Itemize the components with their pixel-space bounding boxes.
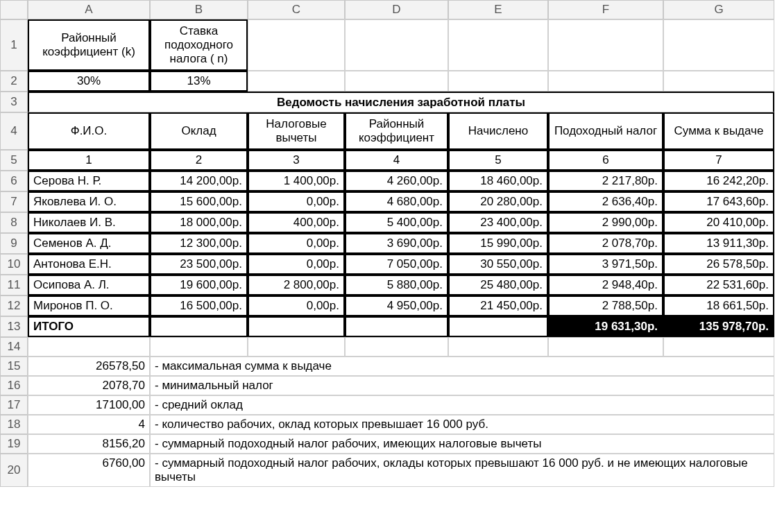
row-header-18[interactable]: 18 (0, 415, 28, 434)
th-rk[interactable]: Районный коэффициент (345, 112, 448, 150)
cell-E1[interactable] (448, 19, 548, 71)
stat-text[interactable]: - количество рабочих, оклад которых прев… (150, 415, 774, 434)
cell-D2[interactable] (345, 71, 448, 92)
row-header-12[interactable]: 12 (0, 295, 28, 316)
cell-B2[interactable]: 13% (150, 71, 248, 92)
th-fio[interactable]: Ф.И.О. (28, 112, 150, 150)
colnum-4[interactable]: 4 (345, 150, 448, 171)
table-row[interactable]: 0,00р. (248, 191, 345, 212)
sheet-title[interactable]: Ведомость начисления заработной платы (28, 92, 774, 112)
col-header-A[interactable]: A (28, 0, 150, 19)
stat-value[interactable]: 17100,00 (28, 395, 150, 415)
table-row[interactable]: 16 500,00р. (150, 295, 248, 316)
table-row[interactable]: 23 400,00р. (448, 212, 548, 233)
colnum-5[interactable]: 5 (448, 150, 548, 171)
total-label[interactable]: ИТОГО (28, 316, 150, 337)
table-row[interactable]: 7 050,00р. (345, 254, 448, 275)
row-header-9[interactable]: 9 (0, 233, 28, 254)
table-row[interactable]: 18 460,00р. (448, 171, 548, 191)
table-row[interactable]: Семенов А. Д. (28, 233, 150, 254)
row-header-4[interactable]: 4 (0, 112, 28, 150)
table-row[interactable]: 20 410,00р. (663, 212, 774, 233)
table-row[interactable]: 4 680,00р. (345, 191, 448, 212)
colnum-2[interactable]: 2 (150, 150, 248, 171)
cell-E13[interactable] (448, 316, 548, 337)
table-row[interactable]: 18 661,50р. (663, 295, 774, 316)
colnum-3[interactable]: 3 (248, 150, 345, 171)
cell-B1[interactable]: Ставка подоходного налога ( n) (150, 19, 248, 71)
stat-text[interactable]: - суммарный подоходный налог рабочих, им… (150, 434, 774, 454)
col-header-D[interactable]: D (345, 0, 448, 19)
col-header-F[interactable]: F (548, 0, 663, 19)
colnum-1[interactable]: 1 (28, 150, 150, 171)
cell-F1[interactable] (548, 19, 663, 71)
table-row[interactable]: Серова Н. Р. (28, 171, 150, 191)
col-header-C[interactable]: C (248, 0, 345, 19)
cell-C1[interactable] (248, 19, 345, 71)
row-header-7[interactable]: 7 (0, 191, 28, 212)
table-row[interactable]: 2 217,80р. (548, 171, 663, 191)
th-nv[interactable]: Налоговые вычеты (248, 112, 345, 150)
table-row[interactable]: 5 400,00р. (345, 212, 448, 233)
total-tax[interactable]: 19 631,30р. (548, 316, 663, 337)
cell-A14[interactable] (28, 337, 150, 357)
stat-value[interactable]: 4 (28, 415, 150, 434)
cell-B14[interactable] (150, 337, 248, 357)
colnum-6[interactable]: 6 (548, 150, 663, 171)
table-row[interactable]: 20 280,00р. (448, 191, 548, 212)
row-header-14[interactable]: 14 (0, 337, 28, 357)
row-header-5[interactable]: 5 (0, 150, 28, 171)
row-header-13[interactable]: 13 (0, 316, 28, 337)
table-row[interactable]: 2 990,00р. (548, 212, 663, 233)
row-header-2[interactable]: 2 (0, 71, 28, 92)
cell-A2[interactable]: 30% (28, 71, 150, 92)
table-row[interactable]: 1 400,00р. (248, 171, 345, 191)
row-header-6[interactable]: 6 (0, 171, 28, 191)
table-row[interactable]: 3 971,50р. (548, 254, 663, 275)
table-row[interactable]: 19 600,00р. (150, 275, 248, 295)
th-oklad[interactable]: Оклад (150, 112, 248, 150)
table-row[interactable]: 5 880,00р. (345, 275, 448, 295)
cell-E14[interactable] (448, 337, 548, 357)
col-header-E[interactable]: E (448, 0, 548, 19)
table-row[interactable]: 0,00р. (248, 295, 345, 316)
table-row[interactable]: 0,00р. (248, 254, 345, 275)
cell-D1[interactable] (345, 19, 448, 71)
table-row[interactable]: 16 242,20р. (663, 171, 774, 191)
row-header-1[interactable]: 1 (0, 19, 28, 71)
table-row[interactable]: 30 550,00р. (448, 254, 548, 275)
cell-G2[interactable] (663, 71, 774, 92)
cell-G14[interactable] (663, 337, 774, 357)
total-sum[interactable]: 135 978,70р. (663, 316, 774, 337)
table-row[interactable]: 26 578,50р. (663, 254, 774, 275)
row-header-11[interactable]: 11 (0, 275, 28, 295)
stat-text[interactable]: - средний оклад (150, 395, 774, 415)
table-row[interactable]: Миронов П. О. (28, 295, 150, 316)
stat-value[interactable]: 2078,70 (28, 376, 150, 395)
table-row[interactable]: 22 531,60р. (663, 275, 774, 295)
cell-E2[interactable] (448, 71, 548, 92)
col-header-G[interactable]: G (663, 0, 774, 19)
cell-D13[interactable] (345, 316, 448, 337)
stat-value[interactable]: 26578,50 (28, 357, 150, 376)
cell-A1[interactable]: Районный коэффициент (k) (28, 19, 150, 71)
table-row[interactable]: 15 600,00р. (150, 191, 248, 212)
stat-text[interactable]: - максимальная сумма к выдаче (150, 357, 774, 376)
row-header-8[interactable]: 8 (0, 212, 28, 233)
table-row[interactable]: 0,00р. (248, 233, 345, 254)
table-row[interactable]: 13 911,30р. (663, 233, 774, 254)
th-sum[interactable]: Сумма к выдаче (663, 112, 774, 150)
table-row[interactable]: 2 948,40р. (548, 275, 663, 295)
row-header-16[interactable]: 16 (0, 376, 28, 395)
table-row[interactable]: 4 260,00р. (345, 171, 448, 191)
table-row[interactable]: 21 450,00р. (448, 295, 548, 316)
cell-F14[interactable] (548, 337, 663, 357)
table-row[interactable]: 2 078,70р. (548, 233, 663, 254)
stat-text[interactable]: - суммарный подоходный налог рабочих, ок… (150, 454, 774, 487)
table-row[interactable]: 3 690,00р. (345, 233, 448, 254)
table-row[interactable]: Николаев И. В. (28, 212, 150, 233)
table-row[interactable]: 2 788,50р. (548, 295, 663, 316)
table-row[interactable]: 12 300,00р. (150, 233, 248, 254)
table-row[interactable]: 4 950,00р. (345, 295, 448, 316)
table-row[interactable]: 17 643,60р. (663, 191, 774, 212)
